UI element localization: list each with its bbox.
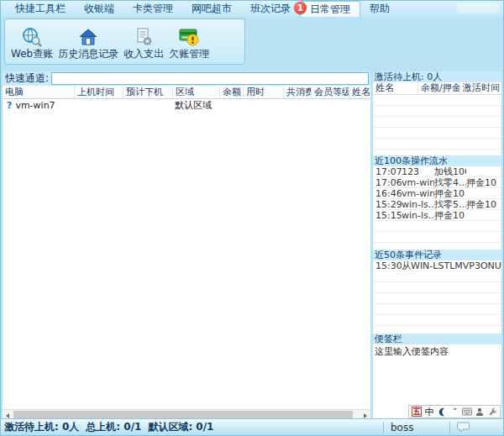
activation-table-header: 姓名 余额/押金 激活时间 <box>373 82 501 95</box>
notification-badge: 1 <box>294 2 307 14</box>
op-name: vm-win7 <box>402 188 434 199</box>
computer-list-panel: 快速通道: 电脑 上机时间 预计下机 区域 余额 用时 共消费 会员等级 姓名 … <box>3 71 370 420</box>
note-header: 便签栏 <box>373 334 501 344</box>
message-bubble-icon[interactable] <box>450 422 470 433</box>
status-default-region: 默认区域: 0/1 <box>148 421 213 433</box>
tab-help[interactable]: 帮助 <box>360 1 399 17</box>
event-text: 从WIN-LSTLMVP3ONU解锁 <box>402 260 501 271</box>
tab-cafe-market[interactable]: 网吧超市 <box>182 1 241 17</box>
computer-name: vm-win7 <box>15 100 55 111</box>
tab-quick-tools[interactable]: 快捷工具栏 <box>6 1 75 17</box>
tab-card-management[interactable]: 卡类管理 <box>123 1 182 17</box>
operation-row[interactable]: 15:29 win-ls.. 找零5... 押金10 <box>373 199 501 210</box>
computer-row[interactable]: ?vm-win7 默认区域 <box>3 99 370 111</box>
question-icon: ? <box>7 100 12 111</box>
debt-warning-icon <box>179 26 200 48</box>
punctuation-icon[interactable]: ’’ <box>449 407 459 417</box>
col-duration[interactable]: 用时 <box>243 86 283 98</box>
op-name: win-ls.. <box>402 210 434 221</box>
op-extra <box>466 210 501 221</box>
tab-shift-records[interactable]: 班次记录 1 <box>241 1 300 17</box>
op-action: 找零4... <box>434 177 466 188</box>
col-total-spent[interactable]: 共消费 <box>283 86 311 98</box>
computer-region: 默认区域 <box>172 99 219 112</box>
event-time: 15:30 <box>373 260 402 271</box>
chinese-mode-icon[interactable]: 中 <box>424 407 434 417</box>
status-bar: 激活待上机: 0人总上机: 0/1默认区域: 0/1 boss <box>1 418 503 435</box>
op-name: win-ls.. <box>402 199 434 210</box>
wubi-input-icon[interactable]: 五 <box>412 407 422 417</box>
debt-management-button[interactable]: 欠账管理 <box>166 25 212 61</box>
op-extra <box>466 166 501 177</box>
income-expense-icon <box>134 26 154 48</box>
col-name[interactable]: 姓名 <box>349 86 370 98</box>
web-audit-button[interactable]: Web查账 <box>8 25 55 61</box>
computer-table-body: ?vm-win7 默认区域 <box>3 99 370 409</box>
web-search-icon <box>22 26 42 48</box>
income-expense-label: 收入支出 <box>123 48 164 60</box>
home-icon <box>78 26 98 48</box>
col-start-time[interactable]: 上机时间 <box>74 86 123 98</box>
wrench-icon[interactable] <box>487 407 497 417</box>
activation-waiting-header: 激活待上机: 0人 <box>373 71 501 82</box>
status-total-online: 总上机: 0/1 <box>86 421 141 433</box>
op-action: 押金10 <box>434 188 466 199</box>
op-time: 17:07 <box>373 166 402 177</box>
tab-bar: 快捷工具栏 收银端 卡类管理 网吧超市 班次记录 1 日常管理 帮助 <box>1 1 503 17</box>
events-header: 近50条事件记录 <box>373 250 501 260</box>
operation-row[interactable]: 17:07 123 加钱100 <box>373 166 501 177</box>
op-time: 15:29 <box>373 199 402 210</box>
op-action: 加钱100 <box>434 166 466 177</box>
note-placeholder: 这里输入便签内容 <box>373 344 501 359</box>
op-time: 16:46 <box>373 188 402 199</box>
app-window: 快捷工具栏 收银端 卡类管理 网吧超市 班次记录 1 日常管理 帮助 <box>0 0 504 436</box>
quick-channel-input[interactable] <box>51 72 369 85</box>
tab-shift-records-label: 班次记录 <box>250 3 291 14</box>
status-summary: 激活待上机: 0人总上机: 0/1默认区域: 0/1 <box>1 420 220 434</box>
op-time: 15:15 <box>373 210 402 221</box>
ime-language-bar: 五 中 ’’ <box>408 405 501 418</box>
col-act-time[interactable]: 激活时间 <box>459 82 501 94</box>
history-messages-label: 历史消息记录 <box>58 48 118 60</box>
debt-management-label: 欠账管理 <box>169 48 209 60</box>
op-name: 123 <box>402 166 434 177</box>
col-region[interactable]: 区域 <box>172 86 219 98</box>
ribbon: Web查账 历史消息记录 <box>1 17 503 67</box>
person-icon[interactable] <box>475 407 485 417</box>
col-computer[interactable]: 电脑 <box>3 86 74 98</box>
tab-cashier[interactable]: 收银端 <box>75 1 123 17</box>
op-action: 找零5... <box>434 199 466 210</box>
col-balance[interactable]: 余额 <box>219 86 243 98</box>
keyboard-icon[interactable] <box>462 407 472 417</box>
events-list: 15:30 从WIN-LSTLMVP3ONU解锁 <box>373 260 501 334</box>
note-area[interactable]: 这里输入便签内容 五 中 ’’ <box>373 344 501 420</box>
tab-daily-management[interactable]: 日常管理 <box>300 1 360 17</box>
operation-row[interactable]: 15:15 win-ls.. 押金10 <box>373 210 501 221</box>
op-extra: 押金10 <box>466 177 501 188</box>
op-extra <box>466 188 501 199</box>
op-name: vm-win7 <box>402 177 434 188</box>
op-extra: 押金10 <box>466 199 501 210</box>
operation-row[interactable]: 17:06 vm-win7 找零4... 押金10 <box>373 177 501 188</box>
activation-table-body <box>373 95 501 155</box>
main-area: 快速通道: 电脑 上机时间 预计下机 区域 余额 用时 共消费 会员等级 姓名 … <box>1 67 503 420</box>
operations-list: 17:07 123 加钱100 17:06 vm-win7 找零4... 押金1… <box>373 166 501 250</box>
operations-header: 近100条操作流水 <box>373 155 501 166</box>
ribbon-group: Web查账 历史消息记录 <box>4 18 245 65</box>
operation-row[interactable]: 16:46 vm-win7 押金10 <box>373 188 501 199</box>
web-audit-label: Web查账 <box>11 48 53 60</box>
quick-channel-label: 快速通道: <box>3 71 51 86</box>
income-expense-button[interactable]: 收入支出 <box>121 25 166 61</box>
window-skin-highlight <box>456 3 500 13</box>
event-row[interactable]: 15:30 从WIN-LSTLMVP3ONU解锁 <box>373 260 501 271</box>
logged-in-user: boss <box>384 422 449 433</box>
col-member-level[interactable]: 会员等级 <box>311 86 349 98</box>
op-time: 17:06 <box>373 177 402 188</box>
col-act-name[interactable]: 姓名 <box>373 82 417 94</box>
col-act-balance[interactable]: 余额/押金 <box>417 82 459 94</box>
half-full-width-moon-icon[interactable] <box>437 407 447 417</box>
activity-panel: 激活待上机: 0人 姓名 余额/押金 激活时间 近100条操作流水 17:07 … <box>373 71 501 420</box>
col-expected-end[interactable]: 预计下机 <box>123 86 172 98</box>
op-action: 押金10 <box>434 210 466 221</box>
history-messages-button[interactable]: 历史消息记录 <box>55 25 121 61</box>
